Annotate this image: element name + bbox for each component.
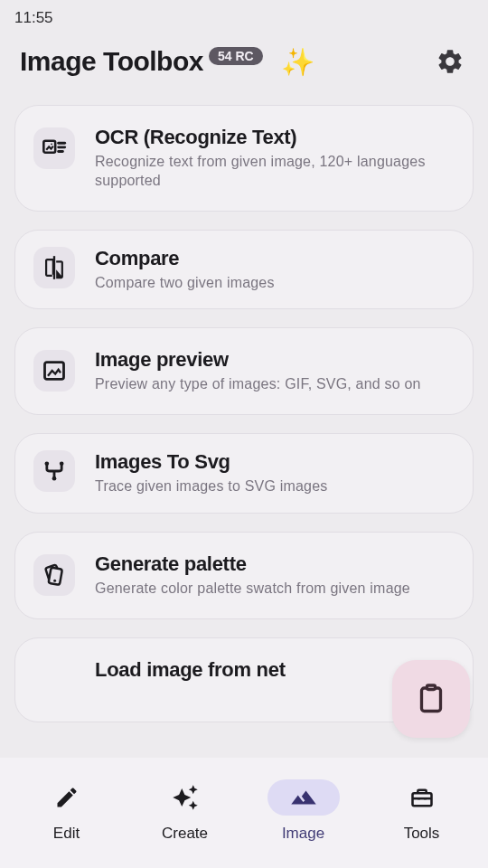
app-header: Image Toolbox 54 RC ✨ [0, 31, 488, 105]
nav-image[interactable]: Image [249, 779, 358, 843]
nav-label: Edit [53, 825, 80, 843]
card-title: OCR (Recognize Text) [95, 126, 455, 149]
card-title: Images To Svg [95, 450, 455, 474]
card-title: Generate palette [95, 552, 455, 576]
svg-point-12 [53, 580, 56, 582]
card-title: Compare [95, 247, 455, 270]
card-ocr[interactable]: OCR (Recognize Text) Recognize text from… [14, 105, 474, 212]
version-badge: 54 RC [209, 47, 263, 65]
card-desc: Generate color palette swatch from given… [95, 580, 455, 599]
nav-label: Image [282, 825, 324, 843]
nav-label: Tools [404, 825, 440, 843]
card-desc: Preview any type of images: GIF, SVG, an… [95, 375, 455, 394]
toolbox-icon [409, 785, 435, 810]
sparkle-icon [172, 784, 199, 811]
card-title: Image preview [95, 348, 455, 372]
clipboard-fab[interactable] [392, 660, 470, 738]
svg-trace-icon [33, 450, 75, 492]
nav-tools[interactable]: Tools [368, 779, 476, 843]
bottom-nav: Edit Create Image Tools [0, 758, 488, 868]
nav-create[interactable]: Create [131, 779, 239, 843]
gear-icon [436, 47, 465, 76]
settings-button[interactable] [432, 43, 468, 80]
ocr-icon [33, 127, 75, 169]
card-svg[interactable]: Images To Svg Trace given images to SVG … [14, 433, 474, 514]
status-bar: 11:55 [0, 0, 488, 31]
compare-icon [33, 247, 75, 288]
image-preview-icon [33, 350, 75, 392]
card-desc: Recognize text from given image, 120+ la… [95, 153, 455, 191]
sparkle-icon: ✨ [281, 46, 314, 78]
content-area: OCR (Recognize Text) Recognize text from… [0, 105, 488, 747]
landscape-icon [290, 784, 317, 811]
card-preview[interactable]: Image preview Preview any type of images… [14, 327, 474, 415]
clipboard-icon [415, 683, 447, 715]
svg-rect-6 [45, 363, 64, 380]
app-title: Image Toolbox [20, 46, 203, 77]
nav-label: Create [162, 825, 208, 843]
card-desc: Trace given images to SVG images [95, 477, 455, 496]
svg-rect-13 [422, 688, 441, 712]
card-compare[interactable]: Compare Compare two given images [14, 230, 474, 310]
palette-icon [33, 554, 75, 596]
svg-rect-11 [49, 568, 62, 585]
card-desc: Compare two given images [95, 274, 455, 293]
svg-point-1 [51, 143, 52, 145]
edit-icon [54, 785, 80, 810]
status-time: 11:55 [14, 9, 53, 26]
card-palette[interactable]: Generate palette Generate color palette … [14, 532, 474, 619]
nav-edit[interactable]: Edit [13, 779, 121, 843]
